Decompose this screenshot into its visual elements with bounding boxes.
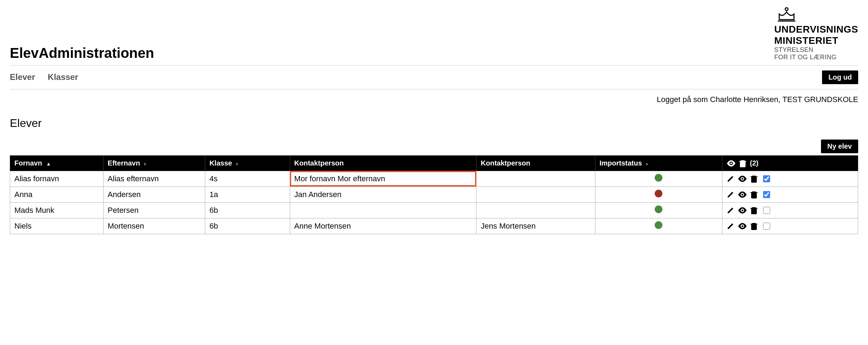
cell-kontakt2: Jens Mortensen (476, 218, 595, 234)
cell-efternavn: Petersen (103, 202, 205, 218)
view-icon[interactable] (738, 207, 747, 214)
table-row: AnnaAndersen1aJan Andersen (10, 187, 858, 202)
cell-fornavn: Anna (10, 187, 104, 202)
view-icon[interactable] (738, 223, 747, 229)
svg-point-0 (785, 8, 788, 11)
logged-in-status: Logget på som Charlotte Henriksen, TEST … (10, 89, 858, 117)
cell-actions (722, 202, 858, 218)
cell-klasse: 6b (205, 218, 290, 234)
page-header: ElevAdministrationen UNDERVISNINGS MINIS… (10, 7, 858, 66)
cell-actions (722, 187, 858, 202)
col-kontakt2-label: Kontaktperson (481, 159, 530, 167)
cell-importstatus (595, 202, 722, 218)
col-kontakt1-label: Kontaktperson (294, 159, 344, 167)
nav-links: Elever Klasser (10, 72, 78, 82)
delete-icon[interactable] (750, 222, 757, 230)
logout-button[interactable]: Log ud (822, 70, 858, 84)
svg-point-3 (742, 178, 743, 180)
chevron-right-icon: › (646, 161, 648, 167)
logo-line-1: UNDERVISNINGS (774, 24, 858, 35)
col-fornavn[interactable]: Fornavn ▲ (10, 155, 104, 171)
row-checkbox[interactable] (763, 223, 770, 230)
delete-all-icon[interactable] (739, 160, 746, 167)
page-title: Elever (10, 117, 858, 130)
table-row: Mads MunkPetersen6b (10, 202, 858, 218)
logo-line-2: MINISTERIET (774, 35, 858, 46)
col-klasse[interactable]: Klasse › (205, 155, 290, 171)
table-header-row: Fornavn ▲ Efternavn › Klasse › Kontaktpe… (10, 155, 858, 171)
selected-count: (2) (750, 159, 758, 167)
sort-asc-icon: ▲ (46, 161, 51, 167)
col-kontakt1[interactable]: Kontaktperson (290, 155, 476, 171)
chevron-right-icon: › (236, 161, 238, 167)
cell-kontakt2 (476, 202, 595, 218)
col-importstatus-label: Importstatus (600, 159, 642, 167)
svg-point-2 (730, 162, 732, 164)
ministry-logo: UNDERVISNINGS MINISTERIET STYRELSEN FOR … (774, 7, 858, 61)
col-actions: (2) (722, 155, 858, 171)
cell-kontakt2 (476, 171, 595, 187)
top-nav: Elever Klasser Log ud (10, 66, 858, 89)
col-importstatus[interactable]: Importstatus › (595, 155, 722, 171)
logo-line-4: FOR IT OG LÆRING (774, 54, 858, 61)
new-elev-button[interactable]: Ny elev (821, 140, 858, 153)
table-row: Alias fornavnAlias efternavn4sMor fornav… (10, 171, 858, 187)
col-fornavn-label: Fornavn (14, 159, 42, 167)
cell-efternavn: Andersen (103, 187, 205, 202)
col-efternavn[interactable]: Efternavn › (103, 155, 205, 171)
nav-link-elever[interactable]: Elever (10, 72, 35, 82)
cell-actions (722, 218, 858, 234)
cell-importstatus (595, 218, 722, 234)
cell-kontakt1: Anne Mortensen (290, 218, 476, 234)
row-checkbox[interactable] (763, 207, 770, 214)
svg-point-5 (742, 209, 743, 211)
chevron-right-icon: › (144, 161, 146, 167)
row-checkbox[interactable] (763, 191, 770, 198)
status-dot-icon (655, 174, 662, 182)
cell-importstatus (595, 187, 722, 202)
cell-klasse: 1a (205, 187, 290, 202)
delete-icon[interactable] (750, 175, 757, 183)
cell-klasse: 4s (205, 171, 290, 187)
crown-icon (776, 7, 797, 22)
status-dot-icon (655, 190, 662, 197)
cell-kontakt1: Jan Andersen (290, 187, 476, 202)
row-checkbox[interactable] (763, 175, 770, 182)
delete-icon[interactable] (750, 191, 757, 198)
col-kontakt2[interactable]: Kontaktperson (476, 155, 595, 171)
svg-point-6 (742, 225, 743, 227)
edit-icon[interactable] (727, 191, 734, 198)
cell-importstatus (595, 171, 722, 187)
edit-icon[interactable] (727, 222, 734, 230)
logo-line-3: STYRELSEN (774, 46, 858, 54)
cell-fornavn: Niels (10, 218, 104, 234)
cell-kontakt2 (476, 187, 595, 202)
elever-table: Fornavn ▲ Efternavn › Klasse › Kontaktpe… (10, 155, 858, 234)
cell-fornavn: Alias fornavn (10, 171, 104, 187)
delete-icon[interactable] (750, 207, 757, 214)
cell-efternavn: Mortensen (103, 218, 205, 234)
view-all-icon[interactable] (727, 160, 736, 167)
nav-link-klasser[interactable]: Klasser (48, 72, 78, 82)
table-toolbar: Ny elev (10, 140, 858, 153)
status-dot-icon (655, 221, 662, 229)
edit-icon[interactable] (727, 207, 734, 214)
view-icon[interactable] (738, 176, 747, 182)
cell-kontakt1 (290, 202, 476, 218)
status-dot-icon (655, 205, 662, 213)
table-row: NielsMortensen6bAnne MortensenJens Morte… (10, 218, 858, 234)
col-klasse-label: Klasse (209, 159, 232, 167)
cell-actions (722, 171, 858, 187)
cell-efternavn: Alias efternavn (103, 171, 205, 187)
svg-point-4 (742, 194, 743, 195)
site-title: ElevAdministrationen (10, 45, 154, 61)
cell-klasse: 6b (205, 202, 290, 218)
cell-kontakt1: Mor fornavn Mor efternavn (290, 171, 476, 187)
cell-fornavn: Mads Munk (10, 202, 104, 218)
view-icon[interactable] (738, 191, 747, 198)
col-efternavn-label: Efternavn (108, 159, 140, 167)
edit-icon[interactable] (727, 175, 734, 183)
